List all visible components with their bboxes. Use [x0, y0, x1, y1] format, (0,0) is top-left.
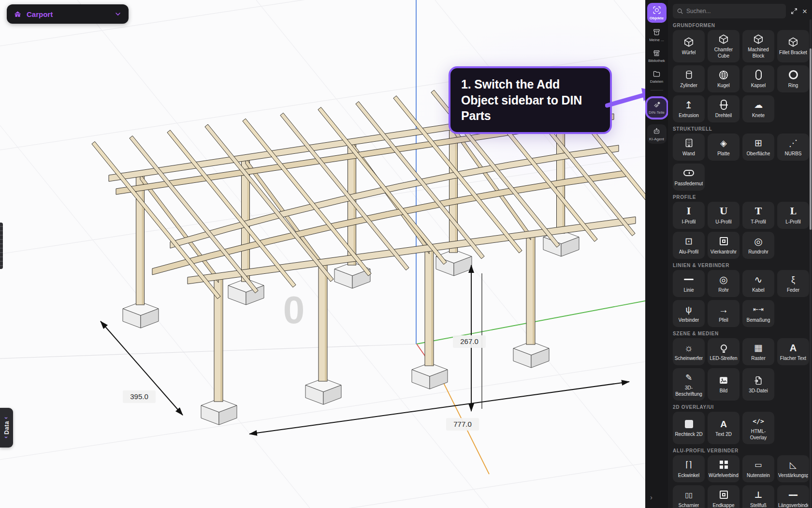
sidebar-tab-ki-agent[interactable]: KI-Agent — [647, 124, 667, 144]
project-menu[interactable]: Carport — [7, 4, 129, 24]
tile-label: 3D-Beschriftung — [674, 385, 704, 397]
tile-fillet-bracket[interactable]: Fillet Bracket — [777, 30, 809, 62]
tile-kugel[interactable]: Kugel — [708, 65, 740, 92]
tile-label: Chamfer Cube — [709, 47, 739, 59]
sidebar-tab-meine[interactable]: Meine ... — [647, 27, 667, 44]
objects-icon — [652, 6, 661, 15]
tile-icon-wrap: ▯▯ — [685, 489, 692, 501]
tile-chamfer-cube[interactable]: Chamfer Cube — [708, 30, 740, 62]
tile-i-profil[interactable]: II-Profil — [673, 202, 705, 229]
tile-kabel[interactable]: ∿Kabel — [742, 270, 774, 297]
sidebar-tab-bibliothek[interactable]: Bibliothek — [647, 47, 667, 64]
plug-icon: ψ — [686, 305, 692, 314]
tile-bild[interactable]: Bild — [708, 368, 740, 401]
tile-icon-wrap: ☁ — [754, 99, 763, 111]
home-icon — [14, 10, 22, 18]
tile-platte[interactable]: ◈Platte — [708, 134, 740, 161]
tile-verstärkungsplatt[interactable]: ◺Verstärkungsplatt — [777, 455, 809, 482]
tile-nurbs[interactable]: ⋰NURBS — [777, 134, 809, 161]
tile-vierkantrohr[interactable]: Vierkantrohr — [708, 232, 740, 259]
tile-rechteck-2d[interactable]: Rechteck 2D — [673, 412, 705, 444]
tile-endkappe[interactable]: Endkappe — [708, 485, 740, 508]
tile-machined-block[interactable]: Machined Block — [742, 30, 774, 62]
tile-label: NURBS — [784, 151, 801, 157]
sidebar-tab-objekte[interactable]: Objekte — [647, 3, 667, 23]
tile-label: Kapsel — [751, 83, 766, 89]
tile-würfelverbinder[interactable]: Würfelverbinder — [708, 455, 740, 482]
tile-icon-wrap — [718, 33, 729, 45]
tile-icon-wrap: ↥ — [685, 99, 693, 111]
tile-wand[interactable]: Wand — [673, 134, 705, 161]
file-3d-icon — [754, 375, 764, 386]
tile-alu-profil[interactable]: ⊡Alu-Profil — [673, 232, 705, 259]
sidebar-tab-label: Bibliothek — [648, 59, 665, 63]
tile-drehteil[interactable]: Drehteil — [708, 95, 740, 122]
tile-verbinder[interactable]: ψVerbinder — [673, 300, 705, 327]
capsule-icon — [755, 70, 762, 80]
tile-text-2d[interactable]: AText 2D — [708, 412, 740, 444]
expand-strip-chevron-icon[interactable]: › — [645, 493, 652, 508]
tile-rundrohr[interactable]: ◎Rundrohr — [742, 232, 774, 259]
tile-eckwinkel[interactable]: ⌈⌉Eckwinkel — [673, 455, 705, 482]
tile-led-streifen[interactable]: LED-Streifen — [708, 338, 740, 365]
line-icon — [684, 279, 694, 280]
close-icon[interactable]: × — [802, 7, 807, 15]
tile-grid: ⌈⌉EckwinkelWürfelverbinder▭Nutenstein◺Ve… — [673, 455, 807, 508]
tile-pfeil[interactable]: →Pfeil — [708, 300, 740, 327]
alu-profile-icon: ⊡ — [685, 237, 693, 246]
tile-scheinwerfer[interactable]: ☼Scheinwerfer — [673, 338, 705, 365]
tile-raster[interactable]: ▦Raster — [742, 338, 774, 365]
tile-kapsel[interactable]: Kapsel — [742, 65, 774, 92]
chevron-icon: › — [4, 417, 9, 419]
tile-icon-wrap — [684, 69, 694, 81]
expand-panel-icon[interactable] — [790, 7, 798, 15]
tile-ring[interactable]: Ring — [777, 65, 809, 92]
points-icon: ⋰ — [789, 139, 798, 148]
tile-passfedernut[interactable]: Passfedernut — [673, 164, 705, 191]
tile-html-overlay[interactable]: </>HTML-Overlay — [742, 412, 774, 444]
tile-3d-datei[interactable]: 3D-Datei — [742, 368, 774, 401]
tile-knete[interactable]: ☁Knete — [742, 95, 774, 122]
tile-icon-wrap: A — [720, 418, 727, 430]
search-input[interactable] — [673, 4, 786, 18]
code-icon: </> — [753, 418, 764, 424]
tile-linie[interactable]: Linie — [673, 270, 705, 297]
tile-extrusion[interactable]: ↥Extrusion — [673, 95, 705, 122]
tile-stellfuß[interactable]: ⊥Stellfuß — [742, 485, 774, 508]
tile-feder[interactable]: ξFeder — [777, 270, 809, 297]
tile-zylinder[interactable]: Zylinder — [673, 65, 705, 92]
tile-scharnier[interactable]: ▯▯Scharnier — [673, 485, 705, 508]
tile-u-profil[interactable]: UU-Profil — [708, 202, 740, 229]
tile-icon-wrap: ⋰ — [789, 137, 798, 149]
spotlight-icon: ☼ — [684, 343, 693, 353]
leveling-foot-icon: ⊥ — [754, 491, 762, 499]
sidebar-tab-label: Dateien — [650, 79, 664, 84]
tile-3d-beschriftung[interactable]: ✎3D-Beschriftung — [673, 368, 705, 401]
tile-nutenstein[interactable]: ▭Nutenstein — [742, 455, 774, 482]
tile-würfel[interactable]: Würfel — [673, 30, 705, 62]
sidebar-tab-din-teile[interactable]: DIN-Teile — [647, 98, 667, 118]
data-tab[interactable]: › Data › — [0, 408, 13, 448]
tile-icon-wrap: ▭ — [754, 459, 762, 471]
tile-rohr[interactable]: ◎Rohr — [708, 270, 740, 297]
tile-l-profil[interactable]: LL-Profil — [777, 202, 809, 229]
cube-icon — [788, 37, 798, 47]
ring-icon — [789, 70, 798, 79]
panel-scrollbar-thumb[interactable] — [810, 48, 812, 230]
tile-längsverbinder[interactable]: ▬▬Längsverbinder — [777, 485, 809, 508]
sidebar-tab-dateien[interactable]: Dateien — [647, 68, 667, 85]
sidebar-tabs: ObjekteMeine ...BibliothekDateienDIN-Tei… — [645, 0, 668, 508]
tile-icon-wrap: ⊥ — [754, 489, 762, 501]
chevron-icon: › — [4, 436, 9, 438]
led-bulb-icon — [721, 344, 727, 351]
tooltip-text: 1. Switch the Add Object sidebar to DIN … — [461, 77, 582, 122]
tile-flacher-text[interactable]: AFlacher Text — [777, 338, 809, 365]
tile-label: Extrusion — [679, 113, 699, 119]
left-toolbar-collapsed[interactable] — [0, 223, 3, 269]
cube-icon — [718, 34, 729, 45]
tile-oberfläche[interactable]: ⊞Oberfläche — [742, 134, 774, 161]
tile-bemaßung[interactable]: ⇤⇥Bemaßung — [742, 300, 774, 327]
chevron-down-icon[interactable] — [114, 10, 122, 18]
tile-t-profil[interactable]: TT-Profil — [742, 202, 774, 229]
tile-icon-wrap — [683, 167, 694, 179]
